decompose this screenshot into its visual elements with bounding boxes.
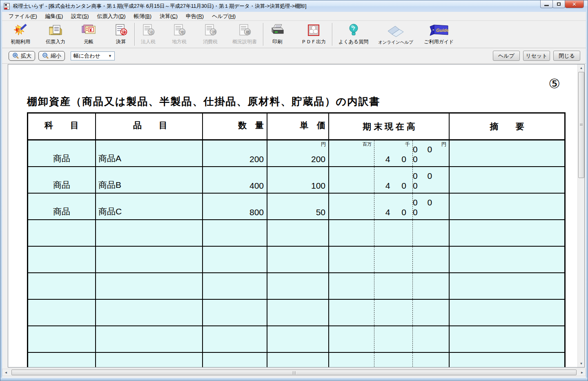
vertical-scroll-thumb[interactable] xyxy=(578,72,584,178)
cell-unit-price: 50 xyxy=(267,194,329,219)
document-page: ⑤ 棚卸資産（商品又は製品、半製品、仕掛品、原材料、貯蔵品）の内訳書 科 目 品… xyxy=(8,65,577,367)
svg-text:Guide: Guide xyxy=(436,28,449,33)
cell-balance-million xyxy=(329,194,374,219)
menu-item-books[interactable]: 帳簿(B) xyxy=(130,12,156,21)
cell-balance-thousand xyxy=(374,326,413,352)
cell-balance-yen: 0 0 0 xyxy=(413,194,450,219)
cell-item xyxy=(96,326,203,352)
cell-quantity xyxy=(203,220,267,246)
menu-accesskey: C xyxy=(172,13,176,19)
vertical-scrollbar[interactable]: ▲ ▼ xyxy=(577,65,584,367)
table-row: 商品 商品C 800 50 4 0 0 0 0 xyxy=(28,194,564,220)
zoom-in-button[interactable]: 拡大 xyxy=(9,51,35,61)
scroll-left-button[interactable]: ◄ xyxy=(2,369,9,376)
scroll-down-button[interactable]: ▼ xyxy=(578,360,585,367)
cell-account xyxy=(28,326,96,352)
cell-remarks xyxy=(450,140,564,166)
zoom-out-button[interactable]: 縮小 xyxy=(38,51,65,61)
svg-text:決: 決 xyxy=(121,30,127,35)
cell-balance-yen xyxy=(413,300,450,325)
overview-report-icon: 概 xyxy=(237,23,252,37)
fit-width-select[interactable]: 幅に合わせ ▼ xyxy=(71,51,115,60)
cell-balance-million xyxy=(329,353,374,367)
menu-label-suffix: ) xyxy=(124,13,125,19)
cell-unit-price xyxy=(267,220,329,246)
cell-balance-million xyxy=(329,273,374,299)
menu-label: ヘルプ( xyxy=(212,13,230,19)
menu-item-edit[interactable]: 編集(E) xyxy=(41,12,67,21)
toolbar-button-label: よくある質問 xyxy=(339,38,368,45)
cell-item: 商品C xyxy=(96,194,203,219)
faq-lightbulb-icon: ? xyxy=(348,23,359,37)
svg-text:法: 法 xyxy=(149,30,154,35)
menu-item-help[interactable]: ヘルプ(H) xyxy=(208,12,240,21)
cell-account xyxy=(28,273,96,299)
ledger-button[interactable]: ¥ 元帳 xyxy=(78,22,99,47)
close-button[interactable]: ✕ xyxy=(565,0,584,8)
cell-quantity xyxy=(203,326,267,352)
local-tax-button: 地 地方税 xyxy=(169,22,189,47)
cell-balance-million xyxy=(329,300,374,325)
cell-account: 商品 xyxy=(28,194,96,219)
cell-account xyxy=(28,247,96,272)
menu-accesskey: F xyxy=(32,13,36,19)
cell-quantity: 800 xyxy=(203,194,267,219)
table-row xyxy=(28,326,564,353)
corporate-tax-button: 法 法人税 xyxy=(138,22,158,47)
menu-label-suffix: ) xyxy=(176,13,178,19)
horizontal-scrollbar[interactable]: ◄ ► xyxy=(2,369,586,376)
toolbar-button-label: 初期利用 xyxy=(11,38,30,45)
menu-label-suffix: ) xyxy=(202,13,204,19)
horizontal-scroll-thumb[interactable] xyxy=(11,370,577,375)
reset-button[interactable]: リセット xyxy=(523,51,550,61)
menu-item-filing[interactable]: 申告(R) xyxy=(182,12,208,21)
menu-label: 編集( xyxy=(45,13,58,19)
usage-guide-button[interactable]: Guide ご利用ガイド xyxy=(421,22,457,47)
menu-item-voucher-input[interactable]: 伝票入力(D) xyxy=(93,12,130,21)
initial-setup-button[interactable]: 初 初期利用 xyxy=(8,22,33,47)
cell-account xyxy=(28,353,96,367)
table-row xyxy=(28,353,564,367)
cell-remarks xyxy=(450,167,564,193)
cell-balance-thousand: 千4 0 xyxy=(374,140,413,166)
cell-item: 商品A xyxy=(96,140,203,166)
col-header-quantity: 数 量 xyxy=(203,114,267,139)
cell-balance-yen xyxy=(413,353,450,367)
toolbar-button-label: 地方税 xyxy=(172,38,187,45)
toolbar-separator xyxy=(134,23,135,46)
scroll-right-button[interactable]: ► xyxy=(579,369,586,376)
menu-item-file[interactable]: ファイル(F) xyxy=(4,12,41,21)
voucher-input-button[interactable]: 伝票入力 xyxy=(43,22,68,47)
pdf-export-button[interactable]: ＰＤＦ出力 xyxy=(298,22,329,47)
faq-button[interactable]: ? よくある質問 xyxy=(336,22,371,47)
zoom-out-icon xyxy=(42,52,49,59)
close-view-button[interactable]: 閉じる xyxy=(553,51,580,61)
cell-balance-thousand: 4 0 xyxy=(374,194,413,219)
title-bar[interactable]: 税理士いらず - [株式会社カンタン商事・第１期(平成27年 6月15日～平成2… xyxy=(0,0,588,12)
print-button[interactable]: 印刷 xyxy=(267,22,288,47)
cell-balance-thousand xyxy=(374,220,413,246)
col-header-remarks: 摘 要 xyxy=(450,114,564,139)
restore-button[interactable] xyxy=(552,0,565,8)
online-help-button[interactable]: オンラインヘルプ xyxy=(375,22,416,47)
minimize-icon xyxy=(544,5,549,6)
cell-quantity xyxy=(203,353,267,367)
menu-item-settings[interactable]: 設定(S) xyxy=(67,12,93,21)
svg-text:消: 消 xyxy=(212,30,216,35)
settlement-button[interactable]: 決 決算 xyxy=(111,22,131,47)
cell-unit-price xyxy=(267,300,329,325)
minimize-button[interactable] xyxy=(540,0,553,8)
menu-label: ファイル( xyxy=(9,13,32,19)
menu-accesskey: E xyxy=(58,13,61,19)
cell-item xyxy=(96,273,203,299)
menu-item-settlement[interactable]: 決算(C) xyxy=(156,12,182,21)
scroll-up-button[interactable]: ▲ xyxy=(578,65,585,71)
cell-quantity xyxy=(203,247,267,272)
cell-balance-yen: 0 0 0 xyxy=(413,167,450,193)
cell-account xyxy=(28,300,96,325)
close-icon: ✕ xyxy=(572,1,577,7)
scroll-grip-icon xyxy=(580,123,583,126)
cell-balance-million xyxy=(329,326,374,352)
help-button[interactable]: ヘルプ xyxy=(493,51,520,61)
voucher-input-icon xyxy=(48,23,63,37)
